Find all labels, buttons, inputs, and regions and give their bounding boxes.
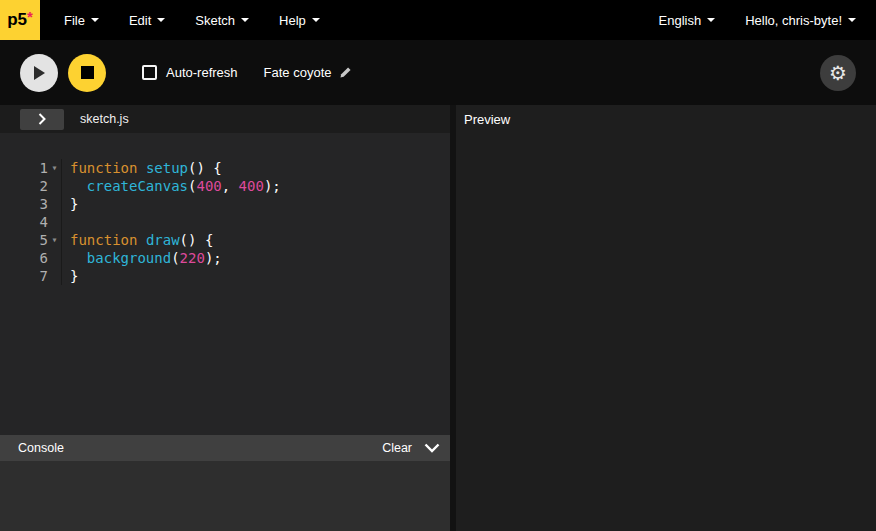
menu-bar: File Edit Sketch Help: [64, 13, 320, 28]
account-label: Hello, chris-byte!: [745, 13, 842, 28]
code-line-text: function setup() {: [62, 159, 222, 177]
p5-logo[interactable]: p5*: [0, 0, 40, 40]
fold-spacer: [48, 213, 62, 231]
menu-help[interactable]: Help: [279, 13, 320, 28]
code-line[interactable]: 3}: [0, 195, 450, 213]
toolbar: Auto-refresh Fate coyote ⚙: [0, 40, 876, 105]
p5-web-editor: p5* File Edit Sketch Help English: [0, 0, 876, 531]
tab-sketch-js[interactable]: sketch.js: [80, 112, 129, 126]
nav-right: English Hello, chris-byte!: [659, 13, 856, 28]
line-number: 6: [0, 249, 48, 267]
console-title: Console: [18, 441, 64, 455]
menu-help-label: Help: [279, 13, 306, 28]
menu-file-label: File: [64, 13, 85, 28]
code-line[interactable]: 4: [0, 213, 450, 231]
code-line-text: }: [62, 195, 78, 213]
caret-down-icon: [241, 18, 249, 22]
play-icon: [32, 65, 46, 81]
code-line[interactable]: 1▾function setup() {: [0, 159, 450, 177]
code-line[interactable]: 6 background(220);: [0, 249, 450, 267]
line-number: 7: [0, 267, 48, 285]
line-number: 5: [0, 231, 48, 249]
caret-down-icon: [707, 18, 715, 22]
console-panel: Console Clear: [0, 435, 450, 531]
editor-tabbar: sketch.js: [0, 105, 450, 133]
code-line-text: [62, 213, 70, 231]
language-menu[interactable]: English: [659, 13, 716, 28]
auto-refresh-checkbox[interactable]: [142, 65, 157, 80]
fold-arrow-icon[interactable]: ▾: [48, 159, 62, 177]
project-name[interactable]: Fate coyote: [264, 65, 332, 80]
menu-sketch[interactable]: Sketch: [195, 13, 249, 28]
code-line-text: function draw() {: [62, 231, 213, 249]
editor-panel: sketch.js 1▾function setup() {2 createCa…: [0, 105, 450, 531]
line-number: 1: [0, 159, 48, 177]
fold-spacer: [48, 267, 62, 285]
console-output: [0, 461, 450, 531]
sidebar-expand-button[interactable]: [20, 109, 64, 130]
caret-down-icon: [91, 18, 99, 22]
line-number: 2: [0, 177, 48, 195]
chevron-right-icon: [38, 113, 46, 125]
chevron-down-icon[interactable]: [424, 443, 440, 453]
caret-down-icon: [157, 18, 165, 22]
caret-down-icon: [848, 18, 856, 22]
code-line[interactable]: 7}: [0, 267, 450, 285]
code-line[interactable]: 2 createCanvas(400, 400);: [0, 177, 450, 195]
fold-spacer: [48, 177, 62, 195]
code-line[interactable]: 5▾function draw() {: [0, 231, 450, 249]
stop-icon: [81, 66, 94, 79]
main-area: sketch.js 1▾function setup() {2 createCa…: [0, 105, 876, 531]
fold-arrow-icon[interactable]: ▾: [48, 231, 62, 249]
logo-asterisk: *: [27, 8, 33, 25]
console-header: Console Clear: [0, 435, 450, 461]
menu-edit[interactable]: Edit: [129, 13, 165, 28]
language-label: English: [659, 13, 702, 28]
logo-text: p5: [7, 10, 27, 30]
caret-down-icon: [312, 18, 320, 22]
code-line-text: createCanvas(400, 400);: [62, 177, 281, 195]
code-line-text: background(220);: [62, 249, 222, 267]
preview-panel: Preview: [456, 105, 876, 531]
line-number: 4: [0, 213, 48, 231]
fold-spacer: [48, 249, 62, 267]
preview-title: Preview: [464, 112, 876, 127]
edit-pencil-icon[interactable]: [339, 66, 352, 79]
top-nav: p5* File Edit Sketch Help English: [0, 0, 876, 40]
gear-icon: ⚙: [829, 63, 847, 83]
console-clear-button[interactable]: Clear: [382, 441, 412, 455]
menu-edit-label: Edit: [129, 13, 151, 28]
menu-sketch-label: Sketch: [195, 13, 235, 28]
auto-refresh-label: Auto-refresh: [166, 65, 238, 80]
stop-button[interactable]: [68, 54, 106, 92]
fold-spacer: [48, 195, 62, 213]
account-menu[interactable]: Hello, chris-byte!: [745, 13, 856, 28]
project-name-group: Fate coyote: [264, 65, 353, 80]
auto-refresh-control[interactable]: Auto-refresh: [142, 65, 238, 80]
code-editor[interactable]: 1▾function setup() {2 createCanvas(400, …: [0, 133, 450, 435]
line-number: 3: [0, 195, 48, 213]
console-actions: Clear: [382, 441, 440, 455]
play-button[interactable]: [20, 54, 58, 92]
code-lines[interactable]: 1▾function setup() {2 createCanvas(400, …: [0, 159, 450, 285]
menu-file[interactable]: File: [64, 13, 99, 28]
settings-button[interactable]: ⚙: [820, 55, 856, 91]
code-line-text: }: [62, 267, 78, 285]
